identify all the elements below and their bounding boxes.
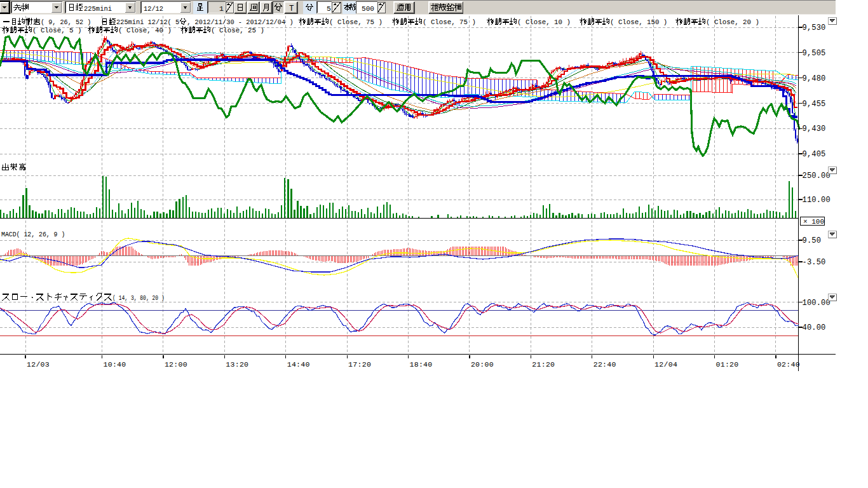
svg-text:9,430: 9,430 bbox=[803, 125, 826, 133]
svg-text:9,480: 9,480 bbox=[803, 74, 826, 83]
svg-text:( Close, 40 ): ( Close, 40 ) bbox=[118, 26, 172, 34]
svg-text:250.00: 250.00 bbox=[803, 172, 831, 180]
svg-text:-3.50: -3.50 bbox=[803, 258, 826, 267]
svg-text:20:00: 20:00 bbox=[471, 360, 494, 369]
svg-text:40.00: 40.00 bbox=[803, 323, 826, 332]
svg-text:22:40: 22:40 bbox=[593, 360, 616, 369]
svg-text:13:20: 13:20 bbox=[226, 360, 248, 369]
svg-text:12/04: 12/04 bbox=[654, 360, 677, 369]
svg-text:21:20: 21:20 bbox=[532, 360, 555, 369]
svg-text:( Close, 25 ): ( Close, 25 ) bbox=[211, 26, 264, 34]
svg-text:225mini: 225mini bbox=[84, 4, 112, 13]
svg-text:( Close, 20 ): ( Close, 20 ) bbox=[706, 18, 759, 26]
svg-text:( 9, 26, 52 ): ( 9, 26, 52 ) bbox=[41, 18, 91, 26]
svg-text:10:40: 10:40 bbox=[104, 360, 126, 369]
svg-text:9,455: 9,455 bbox=[803, 100, 826, 109]
svg-text:( Close, 10 ): ( Close, 10 ) bbox=[517, 18, 571, 26]
svg-text:( Close, 5 ): ( Close, 5 ) bbox=[32, 26, 81, 34]
svg-text:9,530: 9,530 bbox=[803, 24, 826, 32]
svg-text:T: T bbox=[289, 4, 294, 13]
svg-text:01:20: 01:20 bbox=[716, 360, 739, 369]
svg-text:5: 5 bbox=[327, 4, 331, 13]
svg-text:110.00: 110.00 bbox=[803, 196, 831, 205]
svg-text:17:20: 17:20 bbox=[348, 360, 371, 369]
svg-text:14:40: 14:40 bbox=[287, 360, 310, 369]
svg-text:9,505: 9,505 bbox=[803, 49, 826, 58]
svg-text:( Close, 150 ): ( Close, 150 ) bbox=[610, 18, 667, 26]
svg-text:MACD( 12, 26, 9 ): MACD( 12, 26, 9 ) bbox=[1, 230, 65, 238]
svg-text:1: 1 bbox=[219, 4, 224, 13]
svg-text:× 100: × 100 bbox=[803, 218, 824, 226]
svg-text:12/12: 12/12 bbox=[144, 4, 163, 13]
svg-text:, 2012/11/30 - 2012/12/04 ): , 2012/11/30 - 2012/12/04 ) bbox=[187, 18, 293, 26]
svg-text:( Close, 75 ): ( Close, 75 ) bbox=[423, 18, 476, 26]
svg-text:500: 500 bbox=[362, 4, 374, 13]
svg-text:( 14, 3, 80, 20 ): ( 14, 3, 80, 20 ) bbox=[112, 294, 165, 302]
svg-text:12/03: 12/03 bbox=[27, 360, 50, 369]
svg-text:( Close, 75 ): ( Close, 75 ) bbox=[329, 18, 383, 26]
svg-text:12:00: 12:00 bbox=[165, 360, 187, 369]
svg-text:9,405: 9,405 bbox=[803, 150, 826, 159]
svg-text:100.00: 100.00 bbox=[803, 299, 831, 308]
svg-text:9.50: 9.50 bbox=[803, 236, 822, 245]
svg-text:02:40: 02:40 bbox=[777, 360, 800, 369]
svg-text:225mini 12/12( 5: 225mini 12/12( 5 bbox=[116, 18, 179, 26]
svg-text:18:40: 18:40 bbox=[410, 360, 433, 369]
